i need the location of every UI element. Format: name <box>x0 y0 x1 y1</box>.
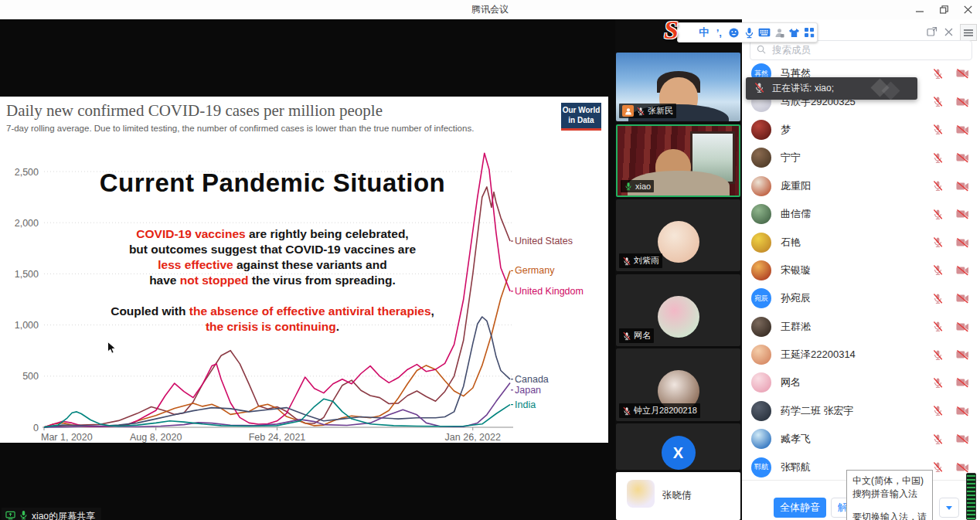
sogou-ime-toolbar[interactable]: S 中 ’, <box>677 22 818 42</box>
member-camera-muted-icon[interactable] <box>956 433 969 444</box>
member-row[interactable]: 臧孝飞 <box>742 425 980 453</box>
member-camera-muted-icon[interactable] <box>956 406 969 416</box>
svg-text:500: 500 <box>22 371 39 382</box>
member-mic-muted-icon[interactable] <box>932 152 944 164</box>
member-avatar <box>751 148 771 168</box>
minimize-button[interactable] <box>916 5 924 14</box>
video-name-chip: 钟立月28200218 <box>619 403 700 418</box>
member-row[interactable]: 王延泽22200314 <box>742 341 980 369</box>
member-row[interactable]: 庞重阳 <box>742 172 980 200</box>
member-camera-muted-icon[interactable] <box>956 209 969 219</box>
panel-menu-icon[interactable] <box>960 24 977 41</box>
profile-icon[interactable] <box>772 28 788 38</box>
search-input[interactable] <box>771 44 965 56</box>
member-mic-muted-icon[interactable] <box>932 433 944 445</box>
ime-tooltip-line: 中文(简体，中国) <box>852 474 927 488</box>
member-mic-muted-icon[interactable] <box>932 461 944 473</box>
member-camera-muted-icon[interactable] <box>956 152 969 163</box>
member-avatar <box>751 260 771 280</box>
sogou-logo: S <box>664 17 679 43</box>
member-mic-muted-icon[interactable] <box>932 349 944 361</box>
svg-text:Mar 1, 2020: Mar 1, 2020 <box>41 432 93 443</box>
member-mic-muted-icon[interactable] <box>932 377 944 389</box>
close-panel-icon[interactable] <box>944 25 953 39</box>
video-tile[interactable]: 网名 <box>616 274 740 346</box>
mic-muted-icon <box>622 257 631 266</box>
video-tile[interactable]: 张晓倩 <box>616 472 740 520</box>
screen-share-status-chip: xiao的屏幕共享 <box>2 508 101 520</box>
svg-text:United States: United States <box>515 236 573 246</box>
emoji-icon[interactable] <box>726 27 742 39</box>
video-name-chip: 刘紫雨 <box>619 253 662 268</box>
avatar: X <box>662 436 696 470</box>
member-row[interactable]: 药学二班 张宏宇 <box>742 397 980 425</box>
member-avatar: 宛辰 <box>751 288 771 308</box>
member-mic-muted-icon[interactable] <box>932 236 944 248</box>
member-camera-muted-icon[interactable] <box>956 293 969 304</box>
member-avatar <box>751 176 771 196</box>
member-row[interactable]: 石艳 <box>742 228 980 256</box>
member-mic-muted-icon[interactable] <box>932 264 944 276</box>
member-mic-muted-icon[interactable] <box>932 209 944 220</box>
mic-on-icon <box>624 182 633 191</box>
member-camera-muted-icon[interactable] <box>956 124 969 135</box>
member-mic-muted-icon[interactable] <box>932 180 944 192</box>
mic-muted-icon <box>636 107 645 116</box>
popout-panel-icon[interactable] <box>927 25 937 39</box>
member-camera-muted-icon[interactable] <box>956 68 969 79</box>
member-mic-muted-icon[interactable] <box>932 321 944 332</box>
member-camera-muted-icon[interactable] <box>956 377 969 388</box>
video-tile[interactable]: xiao <box>616 124 740 197</box>
member-mic-muted-icon[interactable] <box>932 96 944 107</box>
video-tile[interactable]: X <box>616 423 740 470</box>
member-row[interactable]: 王群淞 <box>742 313 980 341</box>
member-mic-muted-icon[interactable] <box>932 293 944 304</box>
member-row[interactable]: 网名 <box>742 369 980 396</box>
video-tile[interactable]: 钟立月28200218 <box>616 348 740 421</box>
svg-text:Feb 24, 2021: Feb 24, 2021 <box>249 432 306 443</box>
svg-text:Japan: Japan <box>515 385 541 396</box>
member-camera-muted-icon[interactable] <box>956 265 969 276</box>
member-camera-muted-icon[interactable] <box>956 349 969 360</box>
toolbox-icon[interactable] <box>802 27 818 38</box>
member-mic-muted-icon[interactable] <box>932 68 944 80</box>
search-icon <box>757 43 766 57</box>
voice-input-icon[interactable] <box>742 27 757 39</box>
member-row[interactable]: 曲信儒 <box>742 200 980 228</box>
member-name: 曲信儒 <box>781 207 932 221</box>
svg-text:0: 0 <box>33 423 39 433</box>
member-row[interactable]: 宋银璇 <box>742 257 980 284</box>
screen-share-area: Daily new confirmed COVID-19 cases per m… <box>0 19 615 520</box>
avatar <box>658 296 699 338</box>
member-camera-muted-icon[interactable] <box>956 321 969 332</box>
member-row[interactable]: 梦 <box>742 116 980 144</box>
chevron-down-icon <box>946 506 952 510</box>
screen-share-icon <box>5 511 15 520</box>
member-camera-muted-icon[interactable] <box>956 237 969 248</box>
member-row[interactable]: 宛辰 孙宛辰 <box>742 284 980 312</box>
member-mic-muted-icon[interactable] <box>932 405 944 416</box>
restore-button[interactable] <box>940 5 948 14</box>
member-search-box[interactable] <box>750 40 972 60</box>
member-row[interactable]: 宁宁 <box>742 144 980 172</box>
member-name: 宁宁 <box>781 151 932 165</box>
more-actions-button[interactable] <box>939 498 959 518</box>
keyboard-icon[interactable] <box>757 28 772 37</box>
window-title: 腾讯会议 <box>0 0 980 19</box>
video-thumbnail-column: 张新民xiao刘紫雨网名钟立月28200218X张晓倩 <box>615 19 742 520</box>
close-button[interactable] <box>964 5 972 14</box>
ime-punctuation-toggle[interactable]: ’, <box>712 27 727 39</box>
member-camera-muted-icon[interactable] <box>956 181 969 192</box>
member-mic-muted-icon[interactable] <box>932 124 944 135</box>
participant-name: xiao <box>635 182 651 191</box>
video-tile[interactable]: 刘紫雨 <box>616 199 740 271</box>
member-list-panel: 苒然 马苒然 马欣宇29200325 梦 宁宁 庞重阳 曲信儒 石艳 <box>742 19 980 520</box>
member-name: 宋银璇 <box>781 263 932 277</box>
svg-text:2,500: 2,500 <box>15 167 39 178</box>
video-tile[interactable]: 张新民 <box>616 53 740 121</box>
member-camera-muted-icon[interactable] <box>956 97 969 107</box>
ime-mode-toggle[interactable]: 中 <box>696 25 712 39</box>
member-camera-muted-icon[interactable] <box>956 462 969 473</box>
skin-icon[interactable] <box>787 28 802 38</box>
mute-all-button[interactable]: 全体静音 <box>774 498 826 518</box>
